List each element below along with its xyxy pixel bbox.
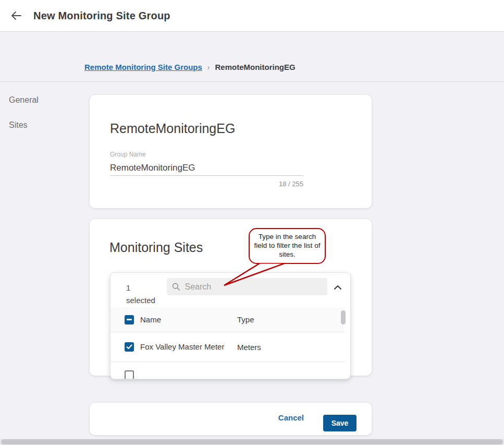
sites-dropdown-panel: 1 selected Name Type [110, 272, 351, 379]
char-counter: 18 / 255 [110, 180, 303, 188]
general-card: RemoteMonitoringEG Group Name 18 / 255 [90, 95, 372, 208]
back-arrow-icon [10, 11, 22, 20]
table-row-partial[interactable] [110, 362, 344, 379]
cancel-button[interactable]: Cancel [278, 413, 304, 422]
sidebar-item-sites[interactable]: Sites [9, 121, 28, 130]
dropdown-header: 1 selected [110, 273, 350, 310]
column-header-name[interactable]: Name [140, 315, 237, 325]
save-button[interactable]: Save [323, 415, 357, 431]
row-type: Meters [237, 343, 261, 352]
column-header-type[interactable]: Type [237, 315, 254, 324]
breadcrumb-link-site-groups[interactable]: Remote Monitoring Site Groups [84, 63, 202, 71]
horizontal-scrollbar-track [0, 439, 504, 445]
row-name: Fox Valley Master Meter [140, 342, 237, 352]
search-box[interactable] [167, 278, 327, 295]
group-name-label: Group Name [110, 151, 146, 158]
chevron-up-icon [334, 285, 342, 290]
general-card-title: RemoteMonitoringEG [110, 121, 235, 136]
page-title: New Monitoring Site Group [33, 10, 170, 22]
back-button[interactable] [8, 8, 24, 23]
indeterminate-icon [127, 319, 132, 320]
search-icon [172, 282, 180, 291]
row-checkbox-checked[interactable] [125, 342, 134, 352]
sites-card-title: Monitoring Sites [109, 240, 203, 255]
checkmark-icon [126, 344, 132, 350]
selected-count: 1 selected [126, 282, 159, 307]
breadcrumb-current: RemoteMonitoringEG [215, 63, 296, 71]
breadcrumb-chevron-icon: › [207, 64, 210, 71]
table-row[interactable]: Fox Valley Master Meter Meters [110, 332, 344, 362]
horizontal-scrollbar-thumb[interactable] [1, 439, 503, 444]
page: New Monitoring Site Group Remote Monitor… [0, 0, 504, 445]
row-checkbox-unchecked[interactable] [125, 370, 134, 379]
group-name-input[interactable] [110, 160, 303, 176]
app-header: New Monitoring Site Group [0, 0, 504, 32]
search-input[interactable] [185, 282, 322, 292]
footer-action-bar: Cancel Save [90, 403, 372, 435]
select-all-checkbox[interactable] [125, 315, 134, 324]
callout-bubble: Type in the search field to filter the l… [249, 228, 326, 264]
breadcrumb: Remote Monitoring Site Groups › RemoteMo… [84, 63, 296, 71]
breadcrumb-band: Remote Monitoring Site Groups › RemoteMo… [0, 32, 504, 82]
collapse-button[interactable] [333, 283, 343, 293]
list-scrollbar-thumb[interactable] [341, 310, 346, 324]
table-header-row: Name Type [110, 307, 344, 332]
sidebar-item-general[interactable]: General [9, 95, 39, 105]
